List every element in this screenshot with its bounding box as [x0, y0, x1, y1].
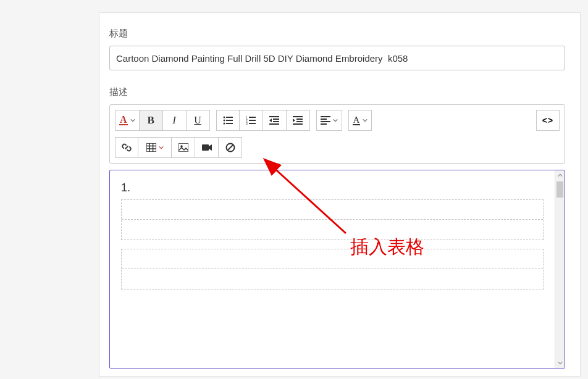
editor-area[interactable]: 1.	[109, 170, 565, 369]
video-button[interactable]	[195, 137, 219, 158]
svg-rect-11	[249, 123, 256, 124]
clear-format-button[interactable]	[219, 137, 242, 158]
annotation-text: 插入表格	[350, 235, 424, 260]
table-icon	[146, 143, 156, 152]
svg-rect-7	[249, 117, 256, 118]
link-button[interactable]	[115, 137, 138, 158]
code-view-icon: <>	[542, 115, 553, 125]
form-panel: 标题 描述 A B I	[99, 12, 581, 377]
table-button[interactable]	[138, 137, 172, 158]
svg-rect-19	[293, 123, 303, 125]
svg-rect-31	[202, 144, 209, 151]
svg-rect-5	[226, 123, 233, 124]
editor-content[interactable]: 1.	[110, 170, 555, 368]
outdent-button[interactable]	[263, 110, 287, 131]
align-button[interactable]	[316, 110, 342, 131]
svg-rect-23	[321, 123, 327, 125]
svg-rect-15	[269, 123, 279, 125]
title-label: 标题	[109, 28, 565, 40]
align-group	[316, 110, 342, 131]
editor-table-placeholder-2	[121, 249, 544, 289]
editor-table-placeholder-1	[121, 199, 544, 240]
chevron-down-icon	[333, 118, 338, 123]
font-color-button[interactable]: A	[115, 110, 140, 131]
video-icon	[202, 144, 212, 151]
font-color-icon: A	[119, 115, 128, 125]
list-group: 123	[216, 110, 310, 131]
code-view-button[interactable]: <>	[536, 110, 560, 131]
editor-toolbar: A B I U	[109, 104, 565, 164]
svg-rect-9	[249, 120, 256, 121]
ordered-list-button[interactable]: 123	[240, 110, 263, 131]
align-left-icon	[321, 116, 330, 125]
svg-rect-24	[146, 143, 156, 152]
image-button[interactable]	[172, 137, 195, 158]
table-row	[122, 249, 543, 269]
svg-rect-3	[226, 120, 233, 121]
svg-rect-18	[296, 121, 303, 122]
italic-button[interactable]: I	[163, 110, 187, 131]
chevron-down-icon	[159, 145, 164, 150]
description-label: 描述	[109, 86, 565, 98]
font-style-group: A B I U	[115, 110, 210, 131]
svg-text:3: 3	[246, 122, 248, 125]
scroll-thumb[interactable]	[556, 181, 563, 198]
table-row	[122, 269, 543, 289]
link-icon	[122, 143, 132, 152]
insert-group	[115, 137, 242, 158]
editor-scrollbar[interactable]	[555, 170, 565, 368]
chevron-down-icon	[130, 118, 135, 123]
underline-button[interactable]: U	[187, 110, 210, 131]
svg-point-0	[223, 117, 225, 119]
svg-rect-29	[178, 143, 188, 152]
svg-rect-12	[269, 116, 279, 117]
toolbar-row-1: A B I U	[115, 110, 560, 131]
clear-format-icon	[225, 143, 235, 152]
title-input[interactable]	[109, 46, 565, 70]
svg-point-2	[223, 120, 225, 122]
list-item-number: 1.	[121, 181, 544, 194]
indent-button[interactable]	[287, 110, 310, 131]
ordered-list-icon: 123	[246, 116, 256, 125]
page: 标题 描述 A B I	[0, 0, 588, 379]
toolbar-row-2	[115, 137, 560, 158]
table-row	[122, 220, 543, 239]
unordered-list-button[interactable]	[216, 110, 240, 131]
highlight-group: A	[348, 110, 372, 131]
italic-icon: I	[172, 114, 176, 127]
bold-button[interactable]: B	[140, 110, 163, 131]
svg-rect-14	[273, 121, 279, 122]
highlight-button[interactable]: A	[348, 110, 372, 131]
svg-rect-17	[296, 119, 303, 120]
svg-rect-20	[321, 116, 330, 117]
chevron-down-icon	[363, 118, 368, 123]
svg-point-4	[223, 123, 225, 125]
table-row	[122, 200, 543, 220]
svg-line-33	[227, 145, 233, 151]
underline-icon: U	[194, 115, 201, 126]
svg-rect-16	[293, 116, 303, 117]
scroll-up-button[interactable]	[555, 170, 565, 180]
image-icon	[178, 143, 188, 152]
svg-rect-22	[321, 121, 330, 122]
indent-icon	[293, 116, 303, 125]
svg-rect-21	[321, 119, 327, 120]
svg-rect-13	[273, 119, 279, 120]
scroll-down-button[interactable]	[555, 358, 565, 368]
unordered-list-icon	[223, 116, 233, 125]
outdent-icon	[269, 116, 279, 125]
svg-rect-1	[226, 117, 233, 118]
bold-icon: B	[147, 114, 154, 127]
highlight-icon: A	[353, 115, 361, 125]
